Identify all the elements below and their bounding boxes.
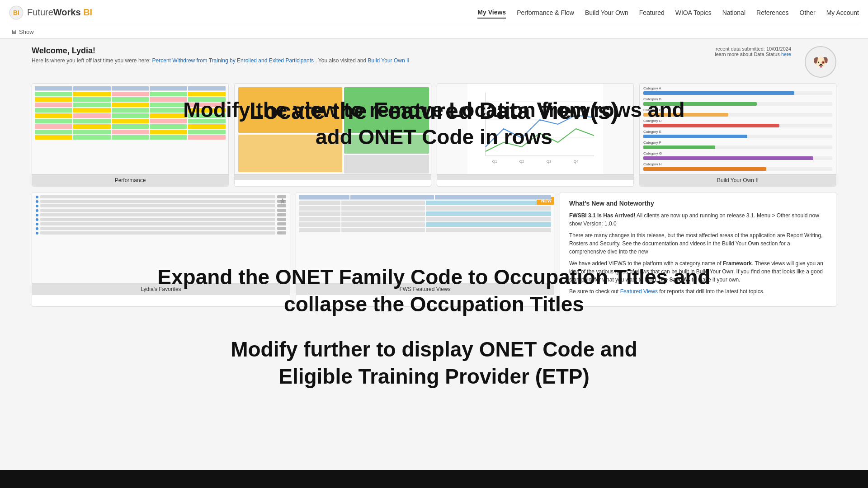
main-content: Welcome, Lydia! Here is where you left o… [0,39,868,314]
history-link2[interactable]: Build Your Own II [368,57,410,64]
list-item [36,231,286,235]
card-fws-featured-label: FWS Featured Views [296,283,554,295]
svg-text:Q4: Q4 [574,160,579,164]
list-item [36,222,286,225]
hbar-item: Category D [643,119,832,127]
news-save-as-bold: Save As [669,277,690,283]
card-favorites-thumb: ★ [32,192,290,283]
mascot: 🐶 [805,46,836,78]
monitor-icon: 🖥 [11,28,17,35]
svg-rect-2 [467,84,603,174]
hbar-item: Category C [643,108,832,117]
news-panel: What's New and Noteworthy FWSBI 3.1 is H… [560,192,836,307]
welcome-bar: Welcome, Lydia! Here is where you left o… [32,46,836,78]
header: BI FutureWorks BI My Views Performance &… [0,0,868,39]
card-line-label [437,174,633,180]
data-status: recent data submitted: 10/01/2024 learn … [715,46,791,57]
news-item-1: FWSBI 3.1 is Has Arrived! All clients ar… [569,211,827,228]
svg-text:Q2: Q2 [519,160,524,164]
news-item-1-bold: FWSBI 3.1 is Has Arrived! [569,212,635,219]
list-item [36,213,286,216]
list-item [36,204,286,207]
logo-icon: BI [9,5,24,20]
list-item [36,209,286,212]
news-title: What's New and Noteworthy [569,200,827,207]
card-line-chart-thumb: Q1 Q2 Q3 Q4 [437,84,633,174]
logo-works: Works [53,7,81,17]
nav-national[interactable]: National [722,7,745,18]
card-treemap[interactable] [234,83,431,187]
news-item-4: Be sure to check out Featured Views for … [569,287,827,296]
list-item [36,200,286,203]
card-treemap-label [235,174,431,180]
card-fws-featured-thumb: NEW [296,192,554,283]
card-favorites[interactable]: ★ Lydia's Favorites [32,192,290,307]
logo-future: Future [27,7,53,17]
welcome-text: Welcome, Lydia! Here is where you left o… [32,46,410,64]
logo[interactable]: BI FutureWorks BI [9,5,92,20]
card-bar-label: Build Your Own II [640,174,836,186]
logo-text: FutureWorks BI [27,7,92,18]
hbar-item: Category I [643,173,832,174]
card-performance-thumb [32,84,228,174]
hbar-item: Category B [643,97,832,106]
header-top: BI FutureWorks BI My Views Performance &… [9,0,859,25]
nav-other[interactable]: Other [800,7,816,18]
history-link1[interactable]: Percent Withdrew from Training by Enroll… [152,57,314,64]
news-framework-bold: Framework [723,260,752,267]
card-line-chart[interactable]: Q1 Q2 Q3 Q4 [437,83,634,187]
nav-references[interactable]: References [756,7,789,18]
hbar-item: Category E [643,130,832,138]
svg-text:BI: BI [13,9,19,16]
card-treemap-thumb [235,84,431,174]
nav-performance-flow[interactable]: Performance & Flow [517,7,574,18]
card-bar-chart-thumb: Category A Category B Category C Categor… [640,84,836,174]
hbar-item: Category F [643,141,832,149]
nav-wioa-topics[interactable]: WIOA Topics [675,7,712,18]
star-icon: ★ [279,196,286,206]
nav-my-account[interactable]: My Account [826,7,859,18]
show-label: Show [19,28,34,35]
header-sub: 🖥 Show [9,25,859,38]
nav-my-views[interactable]: My Views [477,7,506,19]
cards-section: Locate the Featured Data View(s) [32,83,836,307]
news-item-2: There are many changes in this release, … [569,231,827,256]
news-featured-link[interactable]: Featured Views [620,288,658,295]
hbar-item: Category A [643,86,832,95]
cards-row-1: Performance [32,83,836,187]
line-chart-svg: Q1 Q2 Q3 Q4 [437,84,633,174]
hbar-item: Category G [643,151,832,160]
list-item [36,227,286,230]
main-nav: My Views Performance & Flow Build Your O… [477,7,859,19]
card-favorites-label: Lydia's Favorites [32,283,290,295]
nav-build-your-own[interactable]: Build Your Own [585,7,628,18]
svg-text:Q3: Q3 [547,160,552,164]
news-item-3: We have added VIEWS to the platform with… [569,259,827,284]
logo-bi: BI [81,7,93,17]
bottom-row: ★ Lydia's Favorites [32,192,836,307]
footer-bar [0,470,868,488]
history-text: Here is where you left off last time you… [32,57,410,64]
card-performance[interactable]: Performance [32,83,229,187]
show-button[interactable]: 🖥 Show [11,28,34,35]
nav-featured[interactable]: Featured [639,7,665,18]
data-status-link[interactable]: here [781,52,791,57]
card-fws-featured[interactable]: NEW FWS Featured Views [296,192,554,307]
card-bar-chart[interactable]: Category A Category B Category C Categor… [639,83,836,187]
list-item [36,195,286,198]
greeting: Welcome, Lydia! [32,46,410,56]
card-performance-label: Performance [32,174,228,186]
instruction-3: Modify further to display ONET Code andE… [32,336,836,390]
list-item [36,218,286,221]
svg-text:Q1: Q1 [492,160,497,164]
hbar-item: Category H [643,162,832,171]
